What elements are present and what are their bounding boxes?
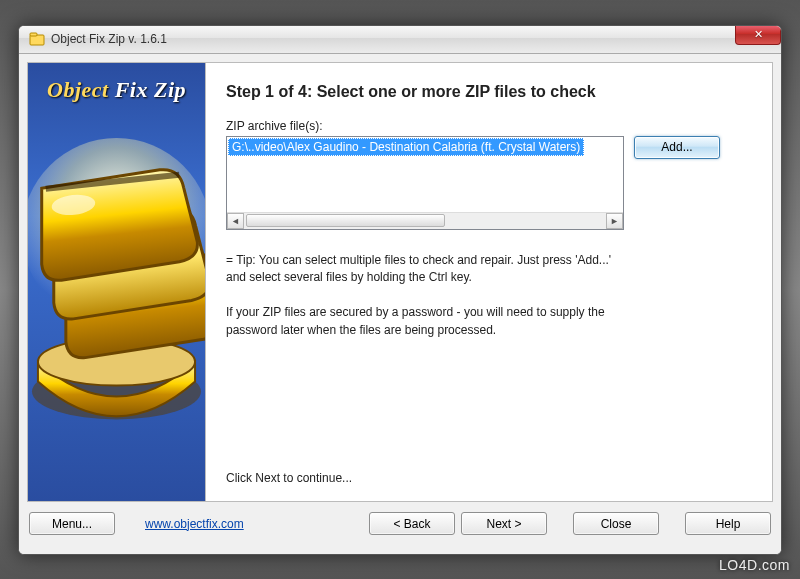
wizard-panel: Object Fix Zip xyxy=(27,62,773,502)
list-item[interactable]: G:\..video\Alex Gaudino - Destination Ca… xyxy=(228,138,584,156)
sidebar-illustration xyxy=(28,133,205,491)
app-icon xyxy=(29,31,45,47)
watermark: LO4D.com xyxy=(719,557,790,573)
file-list[interactable]: G:\..video\Alex Gaudino - Destination Ca… xyxy=(227,137,623,212)
window-title: Object Fix Zip v. 1.6.1 xyxy=(51,32,167,46)
close-icon: ✕ xyxy=(754,28,763,41)
back-button[interactable]: < Back xyxy=(369,512,455,535)
titlebar[interactable]: Object Fix Zip v. 1.6.1 ✕ xyxy=(19,26,781,54)
client-area: Object Fix Zip xyxy=(19,54,781,554)
website-link[interactable]: www.objectfix.com xyxy=(145,517,244,531)
scroll-right-arrow-icon[interactable]: ► xyxy=(606,213,623,229)
scroll-left-arrow-icon[interactable]: ◄ xyxy=(227,213,244,229)
tip-text: = Tip: You can select multiple files to … xyxy=(226,252,626,287)
close-button[interactable]: ✕ xyxy=(735,25,781,45)
wizard-sidebar: Object Fix Zip xyxy=(28,63,206,501)
menu-button[interactable]: Menu... xyxy=(29,512,115,535)
scroll-thumb[interactable] xyxy=(246,214,445,227)
app-window: Object Fix Zip v. 1.6.1 ✕ Object Fix Zip xyxy=(18,25,782,555)
brand-logo: Object Fix Zip xyxy=(28,77,205,103)
horizontal-scrollbar[interactable]: ◄ ► xyxy=(227,212,623,229)
password-note: If your ZIP files are secured by a passw… xyxy=(226,304,626,339)
add-button[interactable]: Add... xyxy=(634,136,720,159)
scroll-track[interactable] xyxy=(244,213,606,229)
archive-label: ZIP archive file(s): xyxy=(226,119,752,133)
help-button[interactable]: Help xyxy=(685,512,771,535)
step-heading: Step 1 of 4: Select one or more ZIP file… xyxy=(226,83,752,101)
close-wizard-button[interactable]: Close xyxy=(573,512,659,535)
svg-rect-1 xyxy=(30,33,37,36)
brand-word2: Fix Zip xyxy=(115,77,186,102)
footer-bar: Menu... www.objectfix.com < Back Next > … xyxy=(27,502,773,546)
file-listbox[interactable]: G:\..video\Alex Gaudino - Destination Ca… xyxy=(226,136,624,230)
continue-hint: Click Next to continue... xyxy=(226,471,752,485)
brand-word1: Object xyxy=(47,77,109,102)
wizard-content: Step 1 of 4: Select one or more ZIP file… xyxy=(206,63,772,501)
next-button[interactable]: Next > xyxy=(461,512,547,535)
